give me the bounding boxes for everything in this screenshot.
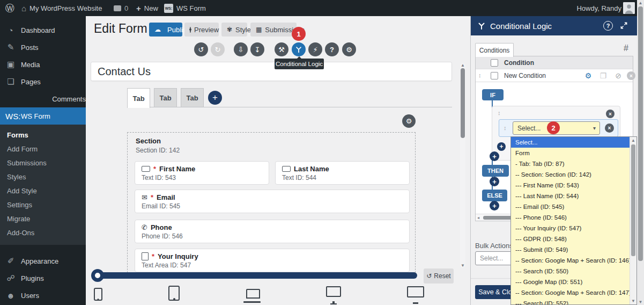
condition-settings-icon[interactable]: ⚙ <box>584 71 593 80</box>
reset-button[interactable]: ↺ Reset <box>424 268 454 284</box>
help-icon[interactable]: ? <box>603 21 613 31</box>
actions-button[interactable]: ⚡ <box>308 42 322 56</box>
comments-menu-item[interactable]: 0 <box>114 0 128 16</box>
dropdown-option[interactable]: -- Section: Google Map + Search (ID: 147… <box>511 287 630 298</box>
form-section[interactable]: Section Section ID: 142 * First Name Tex… <box>127 132 416 273</box>
field-card[interactable]: * First Name Text ID: 543 <box>135 161 269 185</box>
then-tag[interactable]: THEN <box>482 165 509 177</box>
select-all-checkbox[interactable] <box>491 59 498 67</box>
device[interactable] <box>94 288 102 301</box>
submenu-item[interactable]: Styles <box>0 170 86 184</box>
submenu-item[interactable]: Add Form <box>0 142 86 156</box>
sidebar-item[interactable]: Comments <box>0 90 86 107</box>
remove-group-icon[interactable]: × <box>606 110 615 118</box>
preview-button[interactable]: Preview <box>184 23 219 37</box>
submenu-item[interactable]: Migrate <box>0 212 86 226</box>
dropdown-option[interactable]: --- GDPR (ID: 548) <box>511 234 630 244</box>
submissions-button[interactable]: ▦ Submissions <box>250 23 297 37</box>
add-then-action-button[interactable]: + <box>490 177 499 186</box>
settings-button[interactable]: ⚙ <box>342 42 356 56</box>
scrollbar-thumb[interactable] <box>461 68 465 138</box>
breakpoint-slider-track[interactable] <box>94 272 417 279</box>
device[interactable] <box>246 289 260 301</box>
redo-button[interactable]: ↻ <box>211 42 225 56</box>
device[interactable] <box>407 286 424 301</box>
sidebar-item[interactable]: ✐ Appearance <box>0 252 86 270</box>
field-card[interactable]: ✆ * Phone Phone ID: 546 <box>135 220 410 243</box>
condition-row[interactable]: ↕ New Condition ⚙ ❐ ⊘ × <box>476 69 633 82</box>
wsform-menu-item[interactable]: WS: WS Form <box>164 0 206 16</box>
dropdown-option[interactable]: - Tab: Tab (ID: 87) <box>511 158 630 169</box>
hash-icon[interactable]: # <box>624 43 628 53</box>
sidebar-item[interactable]: ☍ Plugins <box>0 270 86 287</box>
canvas-scrollbar[interactable]: ▲ ▼ <box>460 63 465 268</box>
submenu-item[interactable]: Forms <box>0 128 86 142</box>
wp-logo-icon[interactable]: Ⓦ <box>5 0 14 16</box>
submenu-item[interactable]: Submissions <box>0 156 86 170</box>
dropdown-option[interactable]: --- Search (ID: 552) <box>511 298 630 304</box>
tab-conditions[interactable]: Conditions <box>475 43 514 57</box>
sidebar-item[interactable]: ▣ Media <box>0 56 86 73</box>
submenu-item[interactable]: Add Style <box>0 184 86 198</box>
account-menu-item[interactable]: Howdy, Randy <box>576 0 621 16</box>
delete-condition-icon[interactable]: × <box>627 71 635 80</box>
sidebar-item[interactable]: WS: WS Form <box>0 107 86 125</box>
export-button[interactable]: ↧ <box>250 42 264 56</box>
condition-checkbox[interactable] <box>491 72 498 79</box>
add-if-group-button[interactable]: + <box>490 151 499 161</box>
field-card[interactable]: * Your Inquiry Text Area ID: 547 <box>135 249 410 272</box>
publish-button[interactable]: ☁ Publish <box>149 23 182 37</box>
sort-handle-icon[interactable]: ↕ <box>478 72 482 78</box>
browser-scrollbar[interactable]: ▲ ▼ <box>637 0 644 305</box>
dropdown-option[interactable]: --- Email (ID: 545) <box>511 201 630 212</box>
device[interactable] <box>168 286 180 301</box>
dropdown-option[interactable]: --- Your Inquiry (ID: 547) <box>511 223 630 234</box>
sidebar-item[interactable]: ◔ Dashboard <box>0 21 86 39</box>
form-tab[interactable]: Tab <box>127 88 150 108</box>
form-name-input[interactable]: Contact Us <box>91 62 452 81</box>
field-card[interactable]: * Last Name Text ID: 544 <box>275 161 410 185</box>
dropdown-scrollbar[interactable]: ▲ ▼ <box>630 137 636 304</box>
breakpoint-slider-handle[interactable] <box>91 269 104 282</box>
dropdown-option[interactable]: Form <box>511 148 630 158</box>
sidebar-item[interactable]: ❏ Pages <box>0 73 86 90</box>
add-else-action-button[interactable]: + <box>490 201 499 210</box>
avatar[interactable] <box>623 0 635 16</box>
else-tag[interactable]: ELSE <box>482 190 507 201</box>
form-tab[interactable]: Tab <box>181 88 204 107</box>
submenu-item[interactable]: Settings <box>0 198 86 212</box>
add-tab-button[interactable]: + <box>208 91 222 105</box>
dropdown-option[interactable]: -- Section: Section (ID: 142) <box>511 169 630 180</box>
device[interactable] <box>326 286 341 301</box>
dropdown-option[interactable]: --- Search (ID: 550) <box>511 266 630 277</box>
dropdown-option[interactable]: --- Google Map (ID: 551) <box>511 277 630 287</box>
field-card[interactable]: ✉ * Email Email ID: 545 <box>135 190 410 213</box>
sidebar-item[interactable]: ☻ Users <box>0 287 86 304</box>
tools-button[interactable]: ⚒ <box>275 42 288 56</box>
dropdown-option[interactable]: Select... <box>511 137 630 148</box>
scrollbar-thumb[interactable] <box>631 144 635 256</box>
disable-icon[interactable]: ⊘ <box>614 71 623 80</box>
undo-button[interactable]: ↺ <box>194 42 208 56</box>
import-button[interactable]: ⇩ <box>234 42 248 56</box>
style-button[interactable]: ✾ Style <box>221 23 247 37</box>
new-menu-item[interactable]: + New <box>136 0 158 16</box>
sidebar-item[interactable]: ✎ Posts <box>0 39 86 56</box>
site-menu-item[interactable]: ⌂ My WordPress Website <box>21 0 102 16</box>
tab-settings-button[interactable]: ⚙ <box>402 114 416 128</box>
scrollbar-thumb[interactable] <box>638 6 643 261</box>
dropdown-option[interactable]: --- First Name (ID: 543) <box>511 180 630 191</box>
sort-handle-icon[interactable]: ↕ <box>504 125 507 131</box>
form-tab[interactable]: Tab <box>154 88 177 107</box>
dropdown-option[interactable]: -- Section: Google Map + Search (ID: 146… <box>511 255 630 266</box>
dropdown-option[interactable]: --- Phone (ID: 546) <box>511 212 630 223</box>
submenu-item[interactable]: Add-Ons <box>0 226 86 240</box>
dropdown-option[interactable]: --- Submit (ID: 549) <box>511 244 630 255</box>
dropdown-option[interactable]: --- Last Name (ID: 544) <box>511 191 630 201</box>
if-tag[interactable]: IF <box>482 89 504 100</box>
add-clause-button[interactable]: + <box>497 142 506 151</box>
remove-clause-icon[interactable]: × <box>605 124 614 133</box>
expand-icon[interactable] <box>620 21 628 32</box>
copy-icon[interactable]: ❐ <box>599 71 608 80</box>
help-button[interactable]: ? <box>325 42 339 56</box>
